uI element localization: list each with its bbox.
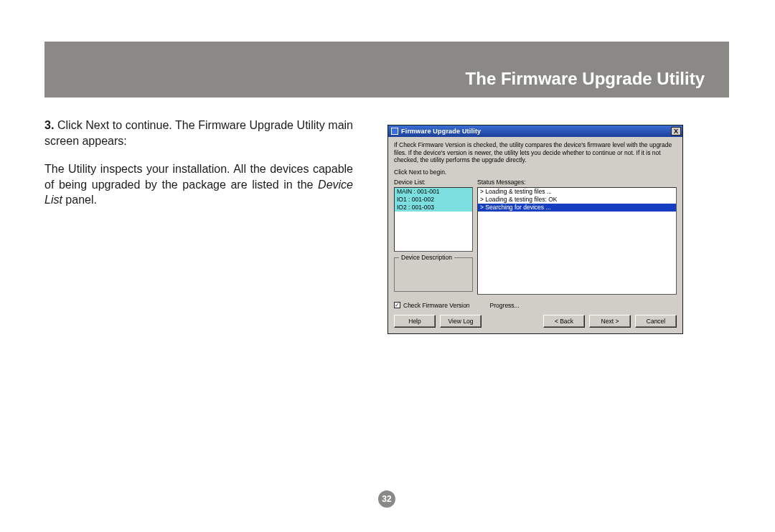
titlebar: Firmware Upgrade Utility X [388, 125, 682, 137]
close-icon[interactable]: X [671, 127, 681, 136]
step-paragraph: 3. Click Next to continue. The Firmware … [44, 118, 353, 148]
cancel-button[interactable]: Cancel [635, 315, 677, 328]
check-firmware-label: Check Firmware Version [403, 302, 470, 309]
device-list-item[interactable]: IO1 : 001-002 [395, 196, 472, 204]
page-number-badge: 32 [378, 490, 395, 508]
step-text: Click Next to continue. The Firmware Upg… [44, 119, 353, 147]
status-label: Status Messages: [477, 179, 677, 186]
page-title: The Firmware Upgrade Utility [466, 69, 705, 89]
device-list-panel: Device List: MAIN : 001-001IO1 : 001-002… [394, 179, 473, 295]
step-number: 3. [44, 119, 54, 131]
help-button[interactable]: Help [394, 315, 436, 328]
buttons-row: Help View Log < Back Next > Cancel [394, 315, 677, 328]
check-firmware-checkbox[interactable]: ✓ Check Firmware Version [394, 302, 470, 309]
view-log-button[interactable]: View Log [440, 315, 482, 328]
info-text: If Check Firmware Version is checked, th… [394, 141, 677, 164]
progress-label: Progress... [490, 302, 520, 309]
content-area: 3. Click Next to continue. The Firmware … [44, 98, 729, 334]
click-next-text: Click Next to begin. [394, 168, 677, 176]
desc-part-b: panel. [62, 194, 97, 206]
window-title: Firmware Upgrade Utility [401, 128, 671, 135]
status-message-item: > Loading & testing files: OK [478, 196, 676, 204]
next-button[interactable]: Next > [589, 315, 631, 328]
wizard-body: If Check Firmware Version is checked, th… [388, 137, 682, 333]
instruction-column: 3. Click Next to continue. The Firmware … [44, 118, 353, 334]
status-messages-list[interactable]: > Loading & testing files ...> Loading &… [477, 187, 677, 295]
status-message-item: > Loading & testing files ... [478, 188, 676, 196]
check-icon: ✓ [395, 303, 400, 308]
device-list-item[interactable]: MAIN : 001-001 [395, 188, 472, 196]
device-list[interactable]: MAIN : 001-001IO1 : 001-002IO2 : 001-003 [394, 187, 473, 252]
options-row: ✓ Check Firmware Version Progress... [394, 302, 677, 309]
checkbox-box: ✓ [394, 302, 400, 308]
device-description-box: Device Description [394, 257, 473, 292]
description-paragraph: The Utility inspects your installation. … [44, 161, 353, 208]
screenshot-column: Firmware Upgrade Utility X If Check Firm… [388, 118, 729, 334]
status-message-item: > Searching for devices ... [478, 204, 676, 212]
wizard-window: Firmware Upgrade Utility X If Check Firm… [388, 125, 683, 334]
header-band: The Firmware Upgrade Utility [44, 42, 729, 98]
device-description-label: Device Description [399, 254, 454, 261]
back-button[interactable]: < Back [543, 315, 585, 328]
app-icon [391, 128, 398, 135]
status-panel: Status Messages: > Loading & testing fil… [477, 179, 677, 295]
device-list-item[interactable]: IO2 : 001-003 [395, 204, 472, 212]
desc-part-a: The Utility inspects your installation. … [44, 163, 353, 191]
device-list-label: Device List: [394, 179, 473, 186]
